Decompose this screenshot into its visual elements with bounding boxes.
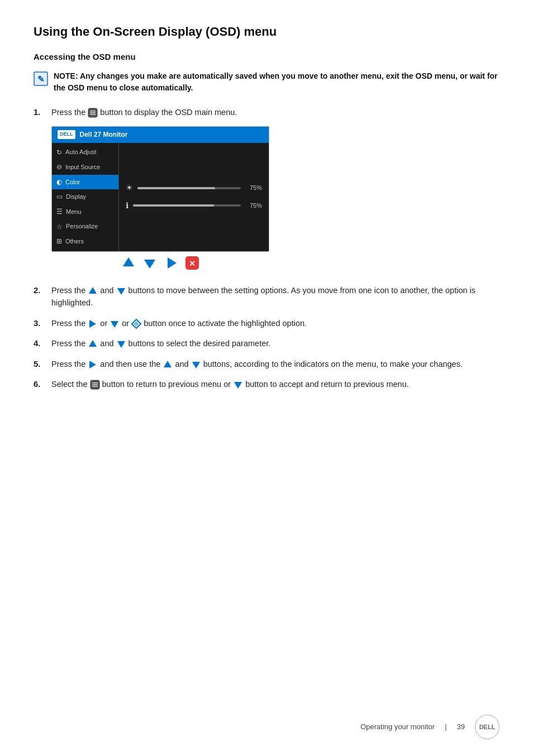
step-1-num: 1. [34, 106, 45, 119]
up-btn-icon-4 [88, 339, 98, 349]
personalize-label: Personalize [66, 222, 98, 231]
autoadjust-label: Auto Adjust [65, 147, 97, 157]
page-title: Using the On-Screen Display (OSD) menu [34, 22, 499, 41]
osd-header: DELL Dell 27 Monitor [52, 127, 269, 143]
note-box: ✎ NOTE: Any changes you make are automat… [34, 70, 499, 94]
step-4-pre: Press the [51, 339, 88, 348]
step-5-and-then: and then use the [100, 360, 163, 369]
svg-text:✎: ✎ [37, 74, 45, 84]
others-label: Others [65, 237, 84, 246]
step-6: 6. Select the button to return to previo… [34, 378, 499, 391]
step-2-content: Press the and buttons to move between th… [51, 284, 499, 309]
menu-label: Menu [66, 207, 82, 217]
svg-rect-5 [90, 112, 96, 113]
step-4-content: Press the and buttons to select the desi… [51, 337, 270, 350]
contrast-track [133, 204, 241, 207]
display-icon: ▭ [56, 192, 63, 202]
up-btn-icon-2 [88, 286, 98, 296]
menu-button-icon [88, 108, 98, 118]
step-2-text-pre: Press the [51, 286, 88, 295]
dell-logo-footer: DELL [475, 715, 499, 739]
osd-header-title: Dell 27 Monitor [80, 130, 128, 140]
osd-menu-container: DELL Dell 27 Monitor ↻ Auto Adjust ⊖ Inp… [51, 126, 269, 271]
step-5-content: Press the and then use the and buttons, … [51, 358, 463, 370]
step-6-post: button to accept and return to previous … [245, 380, 409, 389]
inputsource-icon: ⊖ [56, 162, 62, 173]
down-btn-icon-6 [233, 380, 243, 390]
svg-rect-6 [90, 114, 96, 115]
brightness-icon: ☀ [126, 182, 133, 194]
down-btn-icon-2 [116, 286, 126, 296]
osd-slider-contrast: ℹ 75% [126, 200, 262, 212]
step-3-pre: Press the [51, 319, 88, 328]
contrast-value: 75% [245, 201, 262, 210]
step-3-post: button once to activate the highlighted … [144, 319, 307, 328]
autoadjust-icon: ↻ [56, 147, 62, 158]
step-1-content: Press the button to display the OSD main… [51, 106, 269, 276]
down-btn-icon-4 [116, 339, 126, 349]
down-btn-icon-3b [110, 319, 120, 329]
step-2: 2. Press the and buttons to move between… [34, 284, 499, 309]
footer-separator: | [445, 721, 446, 733]
page-footer: Operating your monitor | 39 DELL [360, 715, 499, 739]
personalize-icon: ☆ [56, 222, 63, 232]
note-icon: ✎ [34, 71, 48, 86]
osd-item-menu: ☰ Menu [52, 204, 118, 219]
brightness-fill [137, 187, 215, 189]
display-label: Display [66, 192, 86, 202]
menu-icon: ☰ [56, 207, 63, 217]
diamond-btn-icon-3c [131, 319, 141, 329]
svg-marker-18 [89, 320, 96, 328]
step-6-num: 6. [34, 378, 45, 391]
svg-rect-4 [90, 111, 96, 112]
nav-up-icon [121, 255, 136, 271]
svg-marker-27 [89, 361, 96, 369]
step-5-num: 5. [34, 358, 45, 371]
step-6-content: Select the button to return to previous … [51, 378, 409, 390]
step-3-content: Press the or or button once to activate … [51, 317, 307, 329]
others-icon: ⊞ [56, 236, 62, 247]
footer-page-num: 39 [457, 721, 465, 733]
osd-item-autoadjust: ↻ Auto Adjust [52, 145, 118, 160]
step-4-num: 4. [34, 337, 45, 350]
step-5-post: buttons, according to the indicators on … [203, 360, 463, 369]
step-6-mid: button to return to previous menu or [102, 380, 234, 389]
osd-nav-row: ✕ [121, 255, 200, 271]
step-5-and: and [175, 360, 191, 369]
osd-content: ☀ 75% ℹ 75% [119, 143, 269, 251]
osd-body: ↻ Auto Adjust ⊖ Input Source ◐ Color [52, 143, 269, 251]
color-icon: ◐ [56, 177, 62, 188]
down-btn-icon-5 [191, 360, 201, 370]
step-2-and: and [100, 286, 116, 295]
osd-item-others: ⊞ Others [52, 234, 118, 249]
step-5: 5. Press the and then use the and button… [34, 358, 499, 371]
step-4: 4. Press the and buttons to select the d… [34, 337, 499, 350]
osd-sidebar: ↻ Auto Adjust ⊖ Input Source ◐ Color [52, 143, 119, 251]
osd-slider-brightness: ☀ 75% [126, 182, 262, 194]
step-3-or1: or [100, 319, 110, 328]
svg-rect-33 [92, 382, 98, 384]
right-btn-icon-3a [88, 319, 98, 329]
brightness-value: 75% [245, 183, 262, 193]
step-4-post: buttons to select the desired parameter. [129, 339, 271, 348]
color-label: Color [65, 178, 80, 187]
svg-rect-35 [92, 386, 98, 387]
step-2-num: 2. [34, 284, 45, 297]
nav-down-icon [142, 255, 158, 271]
svg-rect-34 [92, 384, 98, 385]
step-3-or2: or [122, 319, 131, 328]
step-3-num: 3. [34, 317, 45, 330]
section-title: Accessing the OSD menu [34, 51, 499, 64]
right-btn-icon-5 [88, 360, 98, 370]
inputsource-label: Input Source [65, 162, 100, 172]
back-btn-icon-6 [90, 380, 100, 390]
step-1: 1. Press the button to display the OSD m… [34, 106, 499, 276]
steps-list: 1. Press the button to display the OSD m… [34, 106, 499, 391]
osd-item-display: ▭ Display [52, 189, 118, 204]
step-1-text-after: button to display the OSD main menu. [100, 108, 237, 117]
osd-menu: DELL Dell 27 Monitor ↻ Auto Adjust ⊖ Inp… [51, 126, 269, 252]
contrast-icon: ℹ [126, 200, 129, 212]
osd-item-inputsource: ⊖ Input Source [52, 160, 118, 175]
svg-text:✕: ✕ [189, 259, 196, 268]
contrast-fill [133, 204, 214, 207]
